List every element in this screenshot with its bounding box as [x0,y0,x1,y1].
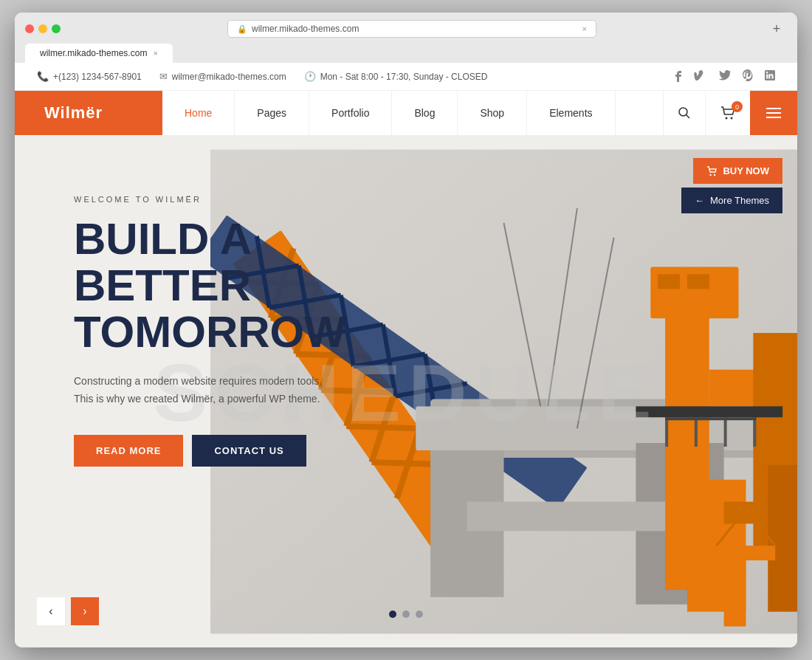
svg-rect-36 [467,502,672,532]
slide-dot-1[interactable] [389,611,396,618]
nav-elements[interactable]: Elements [527,91,615,135]
email-item: ✉ wilmer@mikado-themes.com [159,71,286,82]
hamburger-menu[interactable] [750,91,797,135]
more-themes-label: More Themes [710,195,769,206]
pinterest-link[interactable] [743,69,753,83]
top-bar: 📞 +(123) 1234-567-8901 ✉ wilmer@mikado-t… [15,63,797,91]
browser-controls: 🔒 wilmer.mikado-themes.com × + [25,20,787,38]
browser-window: 🔒 wilmer.mikado-themes.com × + wilmer.mi… [15,13,797,647]
svg-point-2 [726,117,728,120]
hero-title: BUILD A BETTER TOMORROW [74,216,340,355]
twitter-link[interactable] [719,70,731,83]
nav-actions: 0 [663,91,797,135]
nav-pages[interactable]: Pages [235,91,309,135]
navbar: Wilmër Home Pages Portfolio Blog Shop El… [15,91,797,136]
svg-point-60 [714,173,715,175]
facebook-link[interactable] [675,69,682,84]
read-more-button[interactable]: Read More [74,435,183,467]
svg-point-3 [731,117,733,120]
minimize-dot[interactable] [38,24,47,33]
svg-rect-53 [753,417,756,447]
cart-badge: 0 [732,101,743,112]
browser-chrome: 🔒 wilmer.mikado-themes.com × + wilmer.mi… [15,13,797,63]
hero-title-line1: BUILD A BETTER [74,214,251,310]
phone-text: +(123) 1234-567-8901 [53,72,142,82]
slide-dot-3[interactable] [416,611,423,618]
hero-buttons: Read More Contact Us [74,435,340,467]
linkedin-link[interactable] [765,70,775,83]
address-bar-close[interactable]: × [582,24,587,33]
buy-now-button[interactable]: BUY NOW [693,158,782,184]
svg-rect-48 [768,465,797,612]
website-content: 📞 +(123) 1234-567-8901 ✉ wilmer@mikado-t… [15,63,797,647]
slide-dot-2[interactable] [402,611,410,618]
svg-rect-42 [687,275,709,289]
more-themes-button[interactable]: ← More Themes [681,188,782,213]
new-tab-button[interactable]: + [766,20,787,38]
tab-close-button[interactable]: × [154,49,158,58]
svg-rect-41 [658,275,680,289]
slider-prev-button[interactable]: ‹ [37,597,65,625]
contact-us-button[interactable]: Contact Us [192,435,306,467]
hero-content: WELCOME TO WILMËR BUILD A BETTER TOMORRO… [15,136,399,496]
svg-rect-50 [665,417,668,447]
svg-rect-51 [695,417,698,447]
svg-rect-56 [717,546,776,560]
active-tab[interactable]: wilmer.mikado-themes.com × [25,44,173,63]
nav-home[interactable]: Home [162,91,235,135]
tab-bar: wilmer.mikado-themes.com × [25,44,787,63]
close-dot[interactable] [25,24,34,33]
site-logo[interactable]: Wilmër [15,91,162,135]
svg-rect-52 [724,417,727,447]
url-text: wilmer.mikado-themes.com [252,24,359,34]
search-button[interactable] [663,91,705,135]
address-bar[interactable]: 🔒 wilmer.mikado-themes.com × [227,20,596,38]
buy-now-label: BUY NOW [723,165,769,176]
clock-icon: 🕐 [304,71,316,82]
slider-dots [389,611,423,618]
hero-subtitle: Constructing a modern website requires m… [74,373,325,408]
hero-section: SCHEDULE [15,136,797,647]
nav-shop[interactable]: Shop [458,91,527,135]
nav-links: Home Pages Portfolio Blog Shop Elements [162,91,663,135]
phone-icon: 📞 [37,71,49,82]
hero-eyebrow: WELCOME TO WILMËR [74,195,340,204]
email-text: wilmer@mikado-themes.com [172,72,286,82]
lock-icon: 🔒 [237,24,247,34]
svg-rect-54 [665,417,756,420]
vimeo-link[interactable] [694,70,707,83]
tab-title: wilmer.mikado-themes.com [40,48,147,58]
svg-point-59 [710,173,712,175]
nav-blog[interactable]: Blog [392,91,458,135]
social-links [675,69,775,84]
svg-rect-55 [724,553,746,626]
arrow-left-icon: ← [695,195,704,206]
hours-item: 🕐 Mon - Sat 8:00 - 17:30, Sunday - CLOSE… [304,71,488,82]
hero-title-line2: TOMORROW [74,307,346,357]
phone-item: 📞 +(123) 1234-567-8901 [37,71,142,82]
email-icon: ✉ [159,71,168,82]
slider-next-button[interactable]: › [71,597,99,625]
svg-line-1 [687,115,690,119]
maximize-dot[interactable] [52,24,61,33]
hours-text: Mon - Sat 8:00 - 17:30, Sunday - CLOSED [320,72,488,82]
nav-portfolio[interactable]: Portfolio [309,91,392,135]
cart-button[interactable]: 0 [705,91,750,135]
svg-point-0 [679,108,687,116]
